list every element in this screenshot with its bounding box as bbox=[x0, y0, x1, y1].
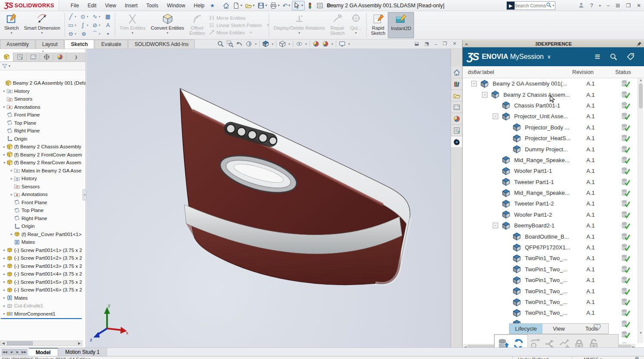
feature-tree-item[interactable]: ▸History bbox=[0, 87, 86, 95]
panel-menu-icon[interactable]: ≡ bbox=[595, 51, 600, 62]
session-tree-row[interactable]: Tweeter Part1-2A.1 bbox=[463, 198, 637, 209]
edit-appearance-icon[interactable] bbox=[313, 40, 319, 47]
lifecycle-tab-lifecycle[interactable]: Lifecycle bbox=[509, 324, 543, 334]
session-tree-row[interactable]: Mid_Range_Speake...A.1 bbox=[463, 187, 637, 198]
sketch-line-button[interactable]: ╱▾ bbox=[66, 12, 78, 21]
scroll-up-icon[interactable]: ▲ bbox=[638, 78, 644, 82]
feature-tree-item[interactable]: Mates bbox=[0, 238, 86, 246]
feature-tree-item[interactable]: Top Plane bbox=[0, 119, 86, 127]
minimize-button[interactable]: – bbox=[605, 2, 611, 9]
sketch-slot-button[interactable]: ⊖▾ bbox=[66, 30, 78, 38]
feature-tree-item[interactable]: Sensors bbox=[0, 95, 86, 103]
expand-arrow-icon[interactable]: ▸ bbox=[2, 153, 6, 156]
tab-dimxpert-manager[interactable] bbox=[40, 52, 53, 61]
select-cursor-button[interactable]: ▾ bbox=[292, 1, 305, 10]
feature-tree-item[interactable]: ▸Annotations bbox=[0, 190, 86, 199]
sketch-spline-button[interactable]: ∿▾ bbox=[90, 12, 102, 21]
expand-arrow-icon[interactable]: ▸ bbox=[9, 169, 14, 172]
session-tree-row[interactable]: TwoPin1_Two_...A.1 bbox=[463, 253, 637, 264]
mirror-entities-button[interactable]: Mirror Entities bbox=[209, 15, 269, 21]
lifecycle-tab-view[interactable]: View bbox=[543, 324, 576, 334]
hide-show-items-icon[interactable] bbox=[296, 40, 303, 47]
feature-tree-item[interactable]: Right Plane bbox=[0, 215, 86, 223]
taskpane-custom-properties-button[interactable] bbox=[451, 125, 462, 136]
feature-tree-item[interactable]: ▸(f) Beamy 2 FrontCover Assem bbox=[0, 151, 86, 159]
session-tree-row[interactable]: BoardOutline_B...A.1 bbox=[463, 231, 637, 242]
feature-tree-hscrollbar[interactable]: ◀ ▶ bbox=[0, 341, 83, 346]
convert-entities-button[interactable]: Convert Entities▾ bbox=[148, 12, 187, 38]
session-tree-row[interactable]: −BeemyBoard2-1A.1 bbox=[463, 220, 637, 231]
collapse-box-icon[interactable]: − bbox=[482, 92, 488, 98]
session-tree-row[interactable]: TwoPin1_Two_...A.1 bbox=[463, 297, 637, 307]
column-status[interactable]: Status bbox=[615, 69, 631, 75]
expand-arrow-icon[interactable]: ▸ bbox=[2, 312, 6, 316]
feature-tree-item[interactable]: Beamy 2 GA Assembly 001 (Defa bbox=[0, 79, 86, 87]
first-tab-button[interactable]: ◀◀ bbox=[2, 349, 8, 355]
expand-arrow-icon[interactable]: ▸ bbox=[2, 145, 6, 149]
feature-tree-item[interactable]: Right Plane bbox=[0, 127, 86, 135]
tab-sketch[interactable]: Sketch bbox=[64, 40, 94, 49]
session-tree-row[interactable]: Dummy Project...A.1 bbox=[463, 144, 637, 154]
tab-configuration-manager[interactable] bbox=[27, 52, 40, 61]
feature-tree-item[interactable]: ▸Mates in Beamy 2 GA Asse bbox=[0, 167, 86, 175]
tab-solidworks-add-ins[interactable]: SOLIDWORKS Add-Ins bbox=[128, 40, 195, 49]
menu-help[interactable]: Help bbox=[190, 1, 209, 10]
taskpane-design-library-button[interactable] bbox=[451, 78, 462, 90]
view-orientation-icon[interactable] bbox=[262, 40, 269, 47]
session-tree-row[interactable]: Projector_HeatS...A.1 bbox=[463, 133, 637, 144]
scroll-thumb[interactable] bbox=[7, 341, 33, 345]
doc-minimize-button[interactable]: – bbox=[434, 41, 438, 46]
feature-tree-item[interactable]: ▸(-) Screw Part001<4> (3.75 x 2 bbox=[0, 270, 86, 278]
feature-tree-item[interactable]: Sensors bbox=[0, 183, 86, 191]
tab-feature-manager[interactable] bbox=[0, 52, 13, 61]
scroll-down-icon[interactable]: ▼ bbox=[638, 331, 644, 335]
linear-sketch-pattern-button[interactable]: Linear Sketch Pattern▾ bbox=[209, 22, 269, 29]
feature-tree-item[interactable]: Origin bbox=[0, 222, 86, 230]
sketch-polygon-button[interactable]: ⊛ bbox=[78, 30, 90, 38]
feature-tree-item[interactable]: ▸(-) Screw Part001<2> (3.75 x 2 bbox=[0, 254, 86, 262]
column-label[interactable]: ds6w:label bbox=[468, 69, 494, 75]
expand-arrow-icon[interactable]: ▸ bbox=[2, 304, 6, 308]
feature-tree-item[interactable]: ▸Cut-Extrude1 bbox=[0, 302, 86, 310]
collapse-box-icon[interactable]: − bbox=[493, 223, 498, 228]
sketch-ellipse-button[interactable]: ⊘▾ bbox=[90, 21, 102, 30]
session-tree-row[interactable]: TwoPin1_Two_...A.1 bbox=[463, 275, 637, 285]
expand-arrow-icon[interactable]: ▸ bbox=[2, 248, 6, 252]
undo-button[interactable]: ↶▾ bbox=[281, 1, 291, 10]
display-delete-relations-button[interactable]: Display/Delete Relations▾ bbox=[271, 12, 328, 38]
session-tree-row[interactable]: TwoPin1_Two_...A.1 bbox=[463, 307, 637, 318]
expand-arrow-icon[interactable]: ▸ bbox=[2, 296, 6, 300]
status-units[interactable]: MMGS ▾ bbox=[584, 357, 602, 359]
zoom-to-fit-icon[interactable] bbox=[217, 40, 224, 47]
feature-tree-item[interactable]: ▾(f) Beamy 2 RearCover Assem bbox=[0, 159, 86, 167]
collapse-box-icon[interactable]: − bbox=[471, 81, 477, 86]
sketch-circle-button[interactable]: ⊙▾ bbox=[78, 12, 90, 21]
session-tree-row[interactable]: TwoPin1_Two_...A.1 bbox=[463, 264, 637, 275]
menu-view[interactable]: View bbox=[101, 1, 120, 10]
tree-filter[interactable]: ▾ bbox=[0, 62, 86, 71]
move-entities-button[interactable]: Move Entities▾ bbox=[209, 29, 269, 36]
tab-evaluate[interactable]: Evaluate bbox=[95, 40, 128, 49]
column-revision[interactable]: Revision bbox=[572, 69, 594, 75]
doc-restore-button[interactable]: ❐ bbox=[442, 41, 448, 46]
close-button[interactable]: ✕ bbox=[635, 2, 642, 9]
sketch-button[interactable]: Sketch▾ bbox=[2, 12, 21, 38]
search-caret-icon[interactable]: ▾ bbox=[552, 4, 555, 7]
panel-collapse-handle[interactable]: ◂ bbox=[83, 189, 86, 200]
rollback-bar[interactable] bbox=[1, 318, 82, 319]
graphics-viewport[interactable]: x y z bbox=[86, 49, 451, 347]
taskpane-solidworks-resources-button[interactable] bbox=[451, 67, 462, 78]
section-view-icon[interactable] bbox=[245, 40, 252, 47]
zoom-to-area-icon[interactable] bbox=[227, 40, 233, 47]
expand-arrow-icon[interactable]: ▾ bbox=[2, 161, 6, 165]
panel-grip[interactable]: ● bbox=[0, 49, 86, 52]
panel-tabs-overflow[interactable]: ❯ bbox=[67, 52, 86, 61]
3dexperience-panel-header[interactable]: » 3DEXPERIENCE bbox=[463, 40, 644, 47]
dock-button[interactable]: ⊞ bbox=[614, 2, 621, 9]
tag-icon[interactable] bbox=[627, 53, 635, 61]
session-tree-row[interactable]: Mid_Range_Speake...A.1 bbox=[463, 155, 637, 166]
search-icon[interactable] bbox=[546, 2, 552, 9]
menu-edit[interactable]: Edit bbox=[84, 1, 101, 10]
sketch-pattern-button[interactable]: ▦ bbox=[102, 12, 114, 21]
trim-entities-button[interactable]: Trim Entities▾ bbox=[117, 12, 148, 38]
